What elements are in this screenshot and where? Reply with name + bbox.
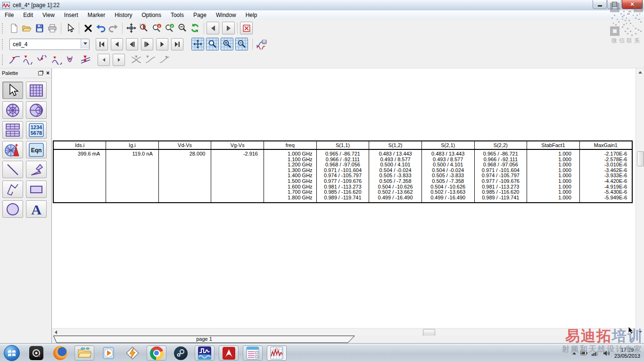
toolbar-grip[interactable] <box>2 55 5 65</box>
palette-line-button[interactable] <box>2 161 23 178</box>
marker-valley-icon[interactable] <box>36 54 50 66</box>
marker-disabled-2-icon[interactable] <box>144 54 157 66</box>
zoom-in-icon[interactable] <box>221 38 233 50</box>
menu-item-page[interactable]: Page <box>189 11 211 19</box>
palette-numeric-table-button[interactable]: 12345678 <box>26 121 47 139</box>
vertical-scrollbar[interactable] <box>636 68 644 336</box>
zoom-in-2x-icon[interactable]: 2 <box>150 22 163 34</box>
close-window-icon[interactable] <box>240 22 253 34</box>
view-all-icon[interactable] <box>191 38 204 50</box>
scope-selector[interactable]: cell_4 <box>9 39 90 50</box>
palette-tabular-graph-button[interactable] <box>2 121 23 139</box>
marker-disabled-3-icon[interactable] <box>158 54 171 66</box>
zoom-area-icon[interactable] <box>138 22 150 34</box>
table-column-header: S(1,2) <box>369 141 422 149</box>
step-back-icon[interactable] <box>126 38 138 50</box>
marker-previous-icon[interactable] <box>98 54 110 66</box>
add-trace-icon[interactable] <box>255 38 268 50</box>
minimize-button[interactable] <box>593 0 607 9</box>
table-column-header: StabFact1 <box>527 141 580 149</box>
scroll-up-icon[interactable] <box>636 68 644 76</box>
horizontal-scroll-thumb[interactable] <box>423 329 435 336</box>
taskbar-windows-explorer-icon[interactable] <box>74 346 94 361</box>
toolbar-grip[interactable] <box>2 39 5 49</box>
palette-smith-chart-button[interactable] <box>26 101 47 119</box>
menu-item-insert[interactable]: Insert <box>59 11 83 19</box>
toolbar-grip[interactable] <box>2 23 5 33</box>
forward-icon[interactable] <box>222 22 235 34</box>
zoom-out-icon[interactable] <box>176 22 189 34</box>
zoom-out-2x-icon[interactable]: 2 <box>163 22 176 34</box>
menu-item-tools[interactable]: Tools <box>166 11 189 19</box>
next-page-icon[interactable] <box>156 38 168 50</box>
new-document-icon[interactable] <box>8 22 20 34</box>
taskbar-adobe-reader-icon[interactable] <box>219 346 239 361</box>
palette-text-button[interactable]: A <box>26 200 47 218</box>
data-display-page[interactable]: Ids.iIg.iVd-VsVg-VsfreqS(1,1)S(1,2)S(2,1… <box>52 68 636 343</box>
taskbar-media-player-black-icon[interactable] <box>26 346 46 361</box>
palette-circle-button[interactable] <box>2 200 23 218</box>
palette-polar-graph-button[interactable] <box>2 101 23 119</box>
palette-polyline-button[interactable] <box>2 181 23 198</box>
print-icon[interactable] <box>46 22 58 34</box>
step-forward-icon[interactable] <box>141 38 153 50</box>
palette-antenna-plot-button[interactable] <box>2 141 23 158</box>
refresh-icon[interactable] <box>189 22 201 34</box>
pan-view-icon[interactable] <box>125 22 138 34</box>
palette-equation-button[interactable]: Eqn <box>26 141 47 158</box>
zoom-window-icon[interactable] <box>206 38 219 50</box>
table-column-cells: 119.0 nA <box>106 149 159 203</box>
taskbar-schematic-window-icon[interactable] <box>243 346 263 361</box>
float-panel-icon[interactable] <box>38 71 43 75</box>
vertical-scroll-thumb[interactable] <box>637 151 644 166</box>
open-project-icon[interactable] <box>20 22 33 34</box>
zoom-out-grid-icon[interactable] <box>235 38 248 50</box>
marker-search-icon[interactable] <box>65 54 78 66</box>
menu-item-edit[interactable]: Edit <box>18 11 38 19</box>
menu-item-file[interactable]: File <box>0 11 18 19</box>
menu-item-options[interactable]: Options <box>137 11 166 19</box>
marker-offset-icon[interactable] <box>50 54 64 66</box>
palette-rectangular-graph-button[interactable] <box>26 82 47 99</box>
first-page-icon[interactable] <box>96 38 108 50</box>
marker-peak-icon[interactable] <box>22 54 35 66</box>
last-page-icon[interactable] <box>171 38 183 50</box>
redo-icon[interactable] <box>107 22 120 34</box>
palette-polygon-button[interactable] <box>26 161 47 178</box>
table-column-cells: 0.483 / 13.4430.493 / 8.5770.500 / 4.101… <box>369 149 422 203</box>
taskbar-ads-main-icon[interactable] <box>195 346 215 361</box>
start-button[interactable] <box>4 345 20 361</box>
marker-disabled-1-icon[interactable] <box>130 54 143 66</box>
page-tab[interactable]: page 1 <box>53 336 355 343</box>
back-icon[interactable] <box>206 22 219 34</box>
data-table[interactable]: Ids.iIg.iVd-VsVg-VsfreqS(1,1)S(1,2)S(2,1… <box>53 140 633 203</box>
delete-icon[interactable] <box>82 22 94 34</box>
save-icon[interactable] <box>33 22 46 34</box>
chevron-down-icon[interactable] <box>81 39 89 49</box>
menu-item-help[interactable]: Help <box>241 11 262 19</box>
taskbar-windows-media-player-icon[interactable] <box>99 346 118 361</box>
menu-item-marker[interactable]: Marker <box>83 11 110 19</box>
taskbar-firefox-icon[interactable] <box>50 346 70 361</box>
taskbar-winamp-icon[interactable] <box>123 346 142 361</box>
menu-item-view[interactable]: View <box>38 11 59 19</box>
horizontal-scrollbar[interactable] <box>52 328 636 336</box>
taskbar-data-display-window-icon[interactable] <box>267 346 287 361</box>
previous-page-icon[interactable] <box>111 38 123 50</box>
select-pointer-icon[interactable] <box>64 22 76 34</box>
menu-item-history[interactable]: History <box>110 11 137 19</box>
page-tab-strip: page 1 <box>52 336 636 343</box>
table-value: 1.000 <box>527 173 579 179</box>
marker-limit-lines-icon[interactable] <box>79 54 92 66</box>
menu-item-window[interactable]: Window <box>211 11 241 19</box>
undo-icon[interactable] <box>94 22 107 34</box>
palette-pointer-button[interactable] <box>2 82 23 99</box>
marker-next-icon[interactable] <box>113 54 125 66</box>
marker-on-trace-icon[interactable] <box>8 54 21 66</box>
scroll-left-icon[interactable] <box>52 329 59 336</box>
taskbar-steam-icon[interactable] <box>171 346 190 361</box>
palette-rectangle-button[interactable] <box>26 181 47 198</box>
taskbar-chrome-icon[interactable] <box>147 346 166 361</box>
close-panel-icon[interactable]: × <box>46 71 50 75</box>
table-value: 0.977 / -109.676 <box>317 179 369 184</box>
